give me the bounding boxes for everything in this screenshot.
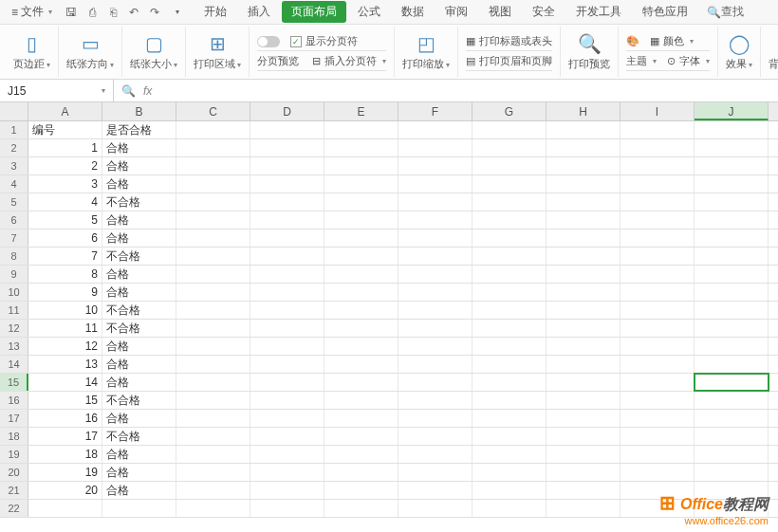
cell[interactable] (695, 374, 769, 391)
cell[interactable] (472, 193, 546, 211)
tab-审阅[interactable]: 审阅 (435, 1, 477, 23)
row-header[interactable]: 16 (0, 392, 28, 409)
cell[interactable] (621, 229, 695, 247)
cell[interactable] (176, 410, 250, 427)
cell[interactable] (546, 356, 621, 373)
row-header[interactable]: 10 (0, 284, 28, 301)
cell[interactable] (472, 320, 546, 337)
cell[interactable] (176, 446, 250, 463)
cell[interactable] (28, 500, 102, 517)
cell[interactable]: 合格 (102, 266, 176, 283)
cell[interactable] (472, 392, 546, 409)
cell[interactable] (250, 121, 324, 138)
cell[interactable] (472, 157, 546, 174)
cell[interactable] (398, 175, 472, 193)
cell[interactable] (472, 284, 546, 301)
cell[interactable] (695, 410, 769, 427)
col-header-E[interactable]: E (324, 102, 398, 120)
cell[interactable] (695, 446, 769, 463)
cell[interactable] (695, 266, 769, 283)
cell[interactable] (546, 139, 621, 156)
cell[interactable] (621, 302, 695, 319)
cell[interactable] (398, 446, 472, 463)
cell[interactable] (546, 392, 621, 409)
cell[interactable]: 合格 (102, 229, 176, 247)
cell[interactable] (621, 356, 695, 373)
cell[interactable] (546, 211, 621, 229)
col-header-D[interactable]: D (250, 102, 324, 120)
cell[interactable]: 8 (28, 266, 102, 283)
name-box[interactable]: J15 ▾ (0, 80, 114, 101)
tab-数据[interactable]: 数据 (392, 1, 434, 23)
cell[interactable]: 是否合格 (102, 121, 176, 138)
row-header[interactable]: 3 (0, 157, 28, 174)
cell[interactable] (324, 410, 398, 427)
row-header[interactable]: 15 (0, 374, 28, 391)
cell[interactable] (398, 229, 472, 247)
cell[interactable] (250, 338, 324, 355)
cell[interactable] (695, 302, 769, 319)
cell[interactable] (621, 139, 695, 156)
cell[interactable] (176, 464, 250, 481)
cell[interactable] (695, 392, 769, 409)
cell[interactable] (250, 211, 324, 229)
cell[interactable] (695, 157, 769, 174)
cell[interactable] (472, 175, 546, 193)
cell[interactable] (176, 374, 250, 391)
cell[interactable] (472, 338, 546, 355)
colors-button[interactable]: 颜色 (663, 34, 684, 48)
cell[interactable]: 15 (28, 392, 102, 409)
cell[interactable]: 合格 (102, 139, 176, 156)
cell[interactable] (250, 139, 324, 156)
cell[interactable] (250, 374, 324, 391)
cell[interactable] (472, 356, 546, 373)
cell[interactable] (695, 121, 769, 138)
insert-pagebreak-button[interactable]: 插入分页符 (324, 54, 377, 68)
col-header-C[interactable]: C (176, 102, 250, 120)
cell[interactable] (398, 428, 472, 445)
cell[interactable] (324, 284, 398, 301)
cell[interactable] (472, 410, 546, 427)
cell[interactable] (398, 338, 472, 355)
cell[interactable]: 合格 (102, 157, 176, 174)
cell[interactable] (621, 175, 695, 193)
cell[interactable] (695, 248, 769, 265)
row-header[interactable]: 18 (0, 428, 28, 445)
cell[interactable] (621, 266, 695, 283)
cell[interactable] (621, 464, 695, 481)
cell[interactable] (398, 356, 472, 373)
cell[interactable] (324, 464, 398, 481)
theme-button[interactable]: 主题 (626, 54, 647, 68)
cell[interactable] (695, 229, 769, 247)
tab-视图[interactable]: 视图 (479, 1, 521, 23)
cell[interactable] (546, 175, 621, 193)
cell[interactable] (324, 121, 398, 138)
cell[interactable] (176, 193, 250, 211)
cell[interactable] (546, 284, 621, 301)
cell[interactable] (472, 139, 546, 156)
cell[interactable] (324, 338, 398, 355)
cell[interactable]: 17 (28, 428, 102, 445)
magnify-icon[interactable]: 🔍 (121, 84, 136, 98)
print-icon[interactable]: ⎙ (84, 6, 100, 19)
cell[interactable] (472, 464, 546, 481)
cell[interactable]: 1 (28, 139, 102, 156)
select-all-corner[interactable] (0, 102, 28, 120)
cell[interactable] (695, 464, 769, 481)
cell[interactable] (324, 302, 398, 319)
file-menu[interactable]: ≡ 文件 ▾ (6, 4, 58, 20)
cell[interactable] (176, 338, 250, 355)
cell[interactable] (398, 392, 472, 409)
cell[interactable] (250, 284, 324, 301)
row-header[interactable]: 19 (0, 446, 28, 463)
cell[interactable] (621, 320, 695, 337)
header-footer-button[interactable]: 打印页眉和页脚 (479, 54, 552, 68)
cell[interactable] (176, 284, 250, 301)
cell[interactable] (621, 193, 695, 211)
cell[interactable] (398, 157, 472, 174)
cell[interactable]: 合格 (102, 356, 176, 373)
cell[interactable] (176, 320, 250, 337)
cell[interactable] (472, 266, 546, 283)
cell[interactable] (176, 302, 250, 319)
checkbox[interactable]: ✓ (290, 36, 302, 47)
